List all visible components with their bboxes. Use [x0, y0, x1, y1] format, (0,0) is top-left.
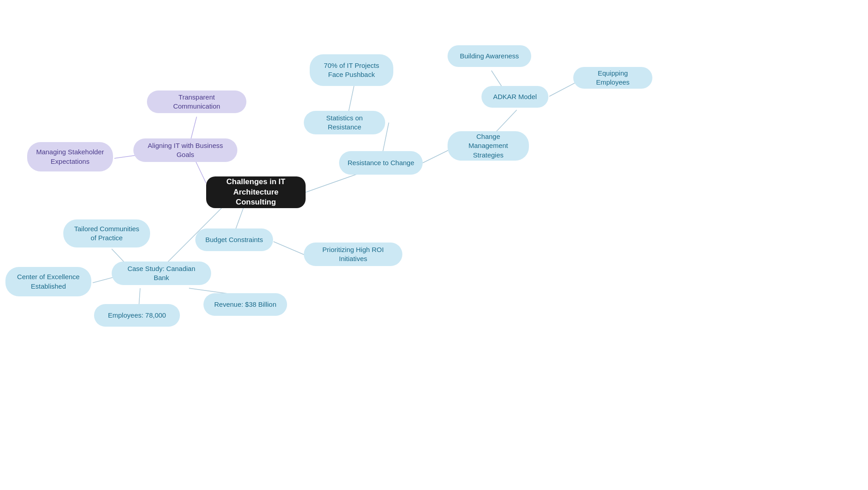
tailored-communities-node: Tailored Communities of Practice	[63, 219, 150, 247]
equipping-employees-node: Equipping Employees	[573, 67, 652, 89]
svg-line-6	[549, 81, 579, 96]
resistance-to-change-node: Resistance to Change	[339, 151, 423, 175]
center-of-excellence-node: Center of Excellence Established	[5, 267, 91, 296]
statistics-on-resistance-node: Statistics on Resistance	[304, 111, 385, 134]
center-node: Challenges in IT Architecture Consulting	[206, 176, 306, 208]
building-awareness-node: Building Awareness	[448, 45, 531, 67]
budget-constraints-node: Budget Constraints	[195, 228, 273, 251]
case-study-node: Case Study: Canadian Bank	[112, 262, 211, 285]
projects-face-pushback-node: 70% of IT Projects Face Pushback	[310, 54, 393, 86]
svg-line-11	[274, 242, 307, 256]
employees-node: Employees: 78,000	[94, 304, 180, 327]
managing-stakeholder-node: Managing Stakeholder Expectations	[27, 142, 113, 171]
change-management-node: Change Management Strategies	[448, 131, 529, 161]
svg-line-10	[235, 206, 244, 231]
prioritizing-roi-node: Prioritizing High ROI Initiatives	[304, 243, 402, 266]
adkar-model-node: ADKAR Model	[481, 86, 548, 108]
svg-line-2	[348, 86, 354, 114]
revenue-node: Revenue: $38 Billion	[203, 293, 287, 316]
transparent-communication-node: Transparent Communication	[147, 90, 246, 113]
aligning-it-node: Aligning IT with Business Goals	[133, 138, 237, 162]
